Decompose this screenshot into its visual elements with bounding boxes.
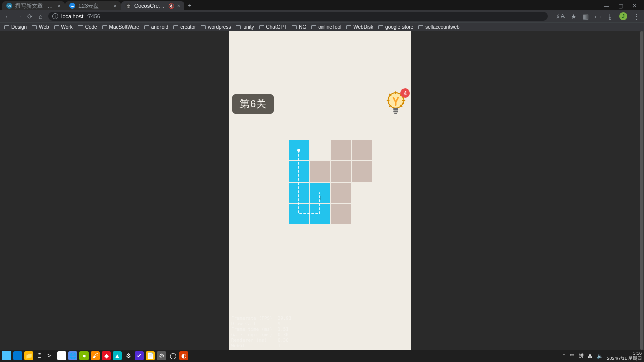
grid-cell[interactable] xyxy=(310,161,330,182)
game-canvas[interactable]: 第6关 4 I Framerate (FPS)29.93Draw Call9Fr… xyxy=(229,31,411,350)
hint-count-badge: 4 xyxy=(400,88,410,98)
folder-icon xyxy=(292,25,297,29)
tab-2[interactable]: ☁ 123云盘 × xyxy=(65,1,121,10)
bookmark-item[interactable]: Design xyxy=(4,24,27,30)
cloud-icon: ☁ xyxy=(69,3,75,9)
bookmark-item[interactable]: Work xyxy=(54,24,73,30)
minimize-button[interactable]: — xyxy=(604,3,609,9)
taskbar-app[interactable]: ◆ xyxy=(102,351,111,360)
volume-icon[interactable]: 🔈 xyxy=(597,353,603,359)
bookmark-label: Work xyxy=(61,24,73,30)
stat-row: Framerate (FPS)29.93 xyxy=(231,316,291,321)
browser-toolbar: ← → ⟳ ⌂ i localhost:7456 文A ★ ▥ ▭ ⭳ J ⋮ xyxy=(0,10,644,22)
grid-cell[interactable] xyxy=(289,183,309,203)
bookmark-item[interactable]: unity xyxy=(236,24,254,30)
taskbar-app[interactable]: ⚙ xyxy=(157,351,166,360)
menu-icon[interactable]: ⋮ xyxy=(633,13,640,20)
hint-button[interactable]: 4 xyxy=(384,90,408,116)
taskbar-clock[interactable]: 3:16 2024/7/11 星期四 xyxy=(607,351,642,361)
taskbar-app[interactable]: ◯ xyxy=(168,351,177,360)
network-icon[interactable]: 🖧 xyxy=(588,353,593,359)
bookmark-label: NG xyxy=(299,24,306,30)
vertical-scrollbar[interactable] xyxy=(640,31,644,350)
bookmark-item[interactable]: android xyxy=(144,24,168,30)
grid-cell[interactable] xyxy=(331,204,351,224)
bookmark-item[interactable]: wordpress xyxy=(201,24,231,30)
bookmark-item[interactable]: sellaccountweb xyxy=(418,24,459,30)
taskbar-app[interactable]: ◐ xyxy=(179,351,188,360)
downloads-icon[interactable]: ⭳ xyxy=(607,13,613,20)
bookmark-label: MacSoftWare xyxy=(109,24,139,30)
bookmark-item[interactable]: ChatGPT xyxy=(259,24,287,30)
window-controls: — ▢ ✕ xyxy=(597,1,644,10)
grid-cell[interactable] xyxy=(310,183,330,203)
bookmark-item[interactable]: WebDisk xyxy=(346,24,373,30)
grid-cell[interactable] xyxy=(289,204,309,224)
taskbar-app[interactable]: 📁 xyxy=(24,351,33,360)
tray-chevron-icon[interactable]: ˄ xyxy=(563,353,566,359)
grid-cell[interactable] xyxy=(289,161,309,182)
ime-mode[interactable]: 拼 xyxy=(579,352,584,359)
windows-taskbar: 📁🗒>_●🌐●🖌◆▲⚙✔📄⚙◯◐ ˄ 中 拼 🖧 🔈 3:16 2024/7/1… xyxy=(0,350,644,362)
taskbar-app[interactable]: ● xyxy=(79,351,89,360)
grid-cell[interactable] xyxy=(310,204,330,224)
grid-cell[interactable] xyxy=(352,161,372,182)
close-icon[interactable]: × xyxy=(58,3,61,9)
reload-button[interactable]: ⟳ xyxy=(26,13,33,20)
close-icon[interactable]: × xyxy=(114,3,117,9)
bookmark-item[interactable]: Code xyxy=(78,24,97,30)
folder-icon xyxy=(418,25,423,29)
grid-cell[interactable] xyxy=(289,140,309,160)
translate-icon[interactable]: 文A xyxy=(556,13,565,20)
maximize-button[interactable]: ▢ xyxy=(618,3,623,9)
clock-date: 2024/7/11 星期四 xyxy=(607,356,642,361)
taskbar-app[interactable]: 🗒 xyxy=(35,351,44,360)
taskbar-app[interactable]: 🌐 xyxy=(68,351,77,360)
grid-cell[interactable] xyxy=(352,140,372,160)
profile-avatar[interactable]: J xyxy=(619,12,627,20)
bookmark-item[interactable]: onlineTool xyxy=(311,24,341,30)
toolbar-actions: 文A ★ ▥ ▭ ⭳ J ⋮ xyxy=(552,12,640,20)
forward-button[interactable]: → xyxy=(15,13,22,20)
bookmark-item[interactable]: creator xyxy=(173,24,196,30)
grid-cell[interactable] xyxy=(331,140,351,160)
side-panel-icon[interactable]: ▥ xyxy=(583,13,589,20)
home-button[interactable]: ⌂ xyxy=(37,13,44,20)
taskbar-app[interactable]: ⚙ xyxy=(124,351,133,360)
bookmark-item[interactable]: MacSoftWare xyxy=(102,24,139,30)
taskbar-app[interactable]: ▲ xyxy=(113,351,122,360)
site-info-icon[interactable]: i xyxy=(52,13,58,19)
reading-list-icon[interactable]: ▭ xyxy=(595,13,601,20)
ime-indicator[interactable]: 中 xyxy=(570,352,575,359)
bookmark-item[interactable]: google store xyxy=(378,24,413,30)
bookmark-item[interactable]: NG xyxy=(292,24,306,30)
scrollbar-thumb[interactable] xyxy=(640,31,643,350)
grid-cell[interactable] xyxy=(352,204,372,224)
grid-cell[interactable] xyxy=(352,183,372,203)
taskbar-app[interactable] xyxy=(13,351,22,360)
bookmark-star-icon[interactable]: ★ xyxy=(571,13,577,20)
folder-icon xyxy=(54,25,59,29)
taskbar-app[interactable]: 🖌 xyxy=(91,351,100,360)
bookmark-item[interactable]: Web xyxy=(32,24,49,30)
new-tab-button[interactable]: + xyxy=(185,1,195,10)
bookmark-label: android xyxy=(151,24,168,30)
taskbar-app[interactable]: ● xyxy=(57,351,66,360)
grid-cell[interactable] xyxy=(310,140,330,160)
tab-title: CocosCreator | oneLinec… xyxy=(134,3,165,9)
close-button[interactable]: ✕ xyxy=(632,3,637,9)
url-bar[interactable]: i localhost:7456 xyxy=(48,12,548,21)
back-button[interactable]: ← xyxy=(4,13,11,20)
bookmarks-bar: DesignWebWorkCodeMacSoftWareandroidcreat… xyxy=(0,22,644,31)
close-icon[interactable]: × xyxy=(177,3,180,9)
taskbar-app[interactable]: 📄 xyxy=(146,351,155,360)
tab-1[interactable]: W 撰写新文章 · 神管源码 — Wo… × xyxy=(2,1,65,10)
grid-cell[interactable] xyxy=(331,183,351,203)
grid-cell[interactable] xyxy=(331,161,351,182)
start-button[interactable] xyxy=(2,351,11,360)
game-grid[interactable] xyxy=(289,140,372,224)
tab-3[interactable]: ◎ CocosCreator | oneLinec… 🔇 × xyxy=(121,1,184,10)
taskbar-app[interactable]: >_ xyxy=(46,351,55,360)
taskbar-app[interactable]: ✔ xyxy=(135,351,144,360)
mute-icon[interactable]: 🔇 xyxy=(168,3,174,9)
